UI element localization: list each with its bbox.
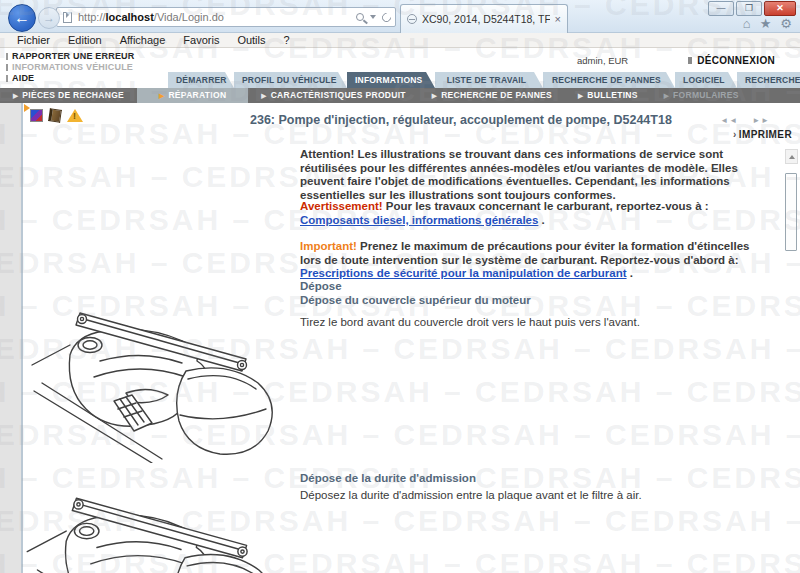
step-heading-durite: Dépose de la durite d'admission [300, 472, 476, 484]
user-name: admin, EUR [577, 55, 628, 66]
link-composants-diesel[interactable]: Composants diesel, informations générale… [300, 214, 538, 226]
warning-label: Avertissement! [300, 200, 383, 212]
arrow-icon: ▶ [432, 88, 437, 103]
favorites-star-icon[interactable]: ★ [760, 16, 772, 31]
step2-text: Déposez la durite d'admission entre la p… [300, 489, 645, 503]
browser-titlebar: ← → http://localhost/Vida/Login.do XC90,… [0, 0, 800, 33]
step1-text: Tirez le bord avant du couvercle droit v… [300, 316, 645, 330]
browser-forward-button[interactable]: → [38, 7, 60, 29]
subnav-label: PIÈCES DE RECHANGE [22, 88, 124, 103]
subnav-caracteristiques-produit[interactable]: ▶CARACTÉRISTIQUES PRODUIT [248, 88, 419, 103]
subnav-bulletins[interactable]: ▶BULLETINS [565, 88, 651, 103]
minimize-button[interactable]: — [708, 1, 734, 16]
forward-arrow-icon: → [43, 11, 55, 25]
pager-prev-icon[interactable]: ◄◄ [720, 116, 738, 125]
logout-icon [688, 57, 692, 64]
warning-text: Pour les travaux concernant le carburant… [383, 200, 709, 212]
tab-recherche-de-pannes[interactable]: RECHERCHE DE PANNES [543, 72, 675, 88]
url-path: /Vida/Login.do [154, 11, 224, 23]
engine-hose-illustration [25, 488, 297, 573]
main-tabs: DÉMARRER PROFIL DU VÉHICULE INFORMATIONS… [168, 72, 800, 88]
link-label: RAPPORTER UNE ERREUR [12, 51, 135, 61]
bullet-icon [6, 53, 8, 60]
print-button[interactable]: ›IMPRIMER [733, 129, 792, 140]
arrow-icon: ▶ [664, 88, 669, 103]
url-host: localhost [106, 11, 154, 23]
important-paragraph: Important! Prenez le maximum de précauti… [300, 240, 765, 281]
menu-fichier[interactable]: Fichier [8, 33, 59, 48]
tab-profil-du-vehicule[interactable]: PROFIL DU VÉHICULE [234, 72, 347, 88]
scrollbar-thumb[interactable] [785, 173, 797, 251]
warning-paragraph: Avertissement! Pour les travaux concerna… [300, 200, 765, 227]
subnav-label: CARACTÉRISTIQUES PRODUIT [271, 88, 406, 103]
search-icon[interactable] [356, 13, 364, 21]
menu-edition[interactable]: Edition [59, 33, 111, 48]
link-prescriptions-securite[interactable]: Prescriptions de sécurité pour la manipu… [300, 267, 627, 279]
browser-back-button[interactable]: ← [8, 4, 36, 32]
left-gutter [0, 103, 23, 573]
attention-label: Attention! [300, 148, 354, 160]
tab-close-icon[interactable]: × [555, 13, 561, 25]
subnav-recherche-de-pannes[interactable]: ▶RECHERCHE DE PANNES [419, 88, 565, 103]
subnav-label: FORMULAIRES [673, 88, 739, 103]
back-arrow-icon: ← [14, 9, 30, 27]
page-title: 236: Pompe d'injection, régulateur, acco… [250, 113, 672, 127]
link-label: AIDE [12, 73, 34, 83]
subnav-label: BULLETINS [587, 88, 637, 103]
restore-button[interactable]: ❐ [736, 1, 762, 16]
subnav-label: RÉPARATION [168, 88, 226, 103]
notes-book-icon[interactable] [48, 108, 62, 123]
logout-label: DÉCONNEXION [697, 55, 775, 66]
subnav-label: RECHERCHE DE PANNES [441, 88, 552, 103]
menu-affichage[interactable]: Affichage [111, 33, 175, 48]
tab-logiciel[interactable]: LOGICIEL [675, 72, 737, 88]
important-label: Important! [300, 240, 357, 252]
close-button[interactable]: ✕ [764, 1, 796, 16]
illustration-toggle-icon[interactable] [30, 109, 43, 122]
menu-favoris[interactable]: Favoris [174, 33, 228, 48]
bullet-icon [6, 64, 8, 71]
subnav-pieces-de-rechange[interactable]: ▶PIÈCES DE RECHANGE [0, 88, 137, 103]
page-icon [63, 12, 72, 23]
attention-paragraph: Attention! Les illustrations se trouvant… [300, 148, 765, 202]
pager-next-icon[interactable]: ►► [752, 116, 770, 125]
section-heading-depose: Dépose [300, 280, 342, 292]
subnav-reparation[interactable]: ▶RÉPARATION [137, 88, 248, 103]
menu-help[interactable]: ? [275, 33, 299, 48]
tab-demarrer[interactable]: DÉMARRER [168, 72, 234, 88]
chevron-right-icon: › [733, 129, 737, 140]
gear-icon[interactable]: ⚙ [780, 16, 792, 31]
attention-text: Les illustrations se trouvant dans ces i… [300, 148, 738, 201]
refresh-icon[interactable] [380, 11, 393, 24]
logout-button[interactable]: DÉCONNEXION [688, 55, 775, 66]
document-area: 236: Pompe d'injection, régulateur, acco… [0, 103, 800, 573]
engine-cover-illustration [30, 303, 295, 463]
scroll-up-button[interactable] [785, 149, 798, 164]
tab-liste-de-travail[interactable]: LISTE DE TRAVAIL [435, 72, 543, 88]
address-bar[interactable]: http://localhost/Vida/Login.do [56, 7, 396, 27]
chevron-down-icon[interactable] [370, 15, 376, 19]
browser-quick-icons: ⌂ ★ ⚙ [743, 16, 792, 31]
vida-application-window: ← → http://localhost/Vida/Login.do XC90,… [0, 0, 800, 573]
important-text: Prenez le maximum de précautions pour év… [300, 240, 749, 266]
arrow-icon: ▶ [13, 88, 18, 103]
tab-informations[interactable]: INFORMATIONS [347, 72, 435, 88]
link-informations-vehicule: INFORMATIONS VÉHICULE [6, 62, 135, 72]
step-heading-couvercle: Dépose du couvercle supérieur du moteur [300, 294, 531, 306]
browser-tab[interactable]: XC90, 2014, D5244T18, TF-8... × [400, 4, 568, 33]
link-rapporter-une-erreur[interactable]: RAPPORTER UNE ERREUR [6, 51, 135, 61]
link-aide[interactable]: AIDE [6, 73, 135, 83]
tab-rechercher[interactable]: RECHERCHER [737, 72, 800, 88]
user-area: admin, EUR DÉCONNEXION [577, 55, 775, 66]
tab-title: XC90, 2014, D5244T18, TF-8... [422, 13, 550, 25]
document-pager: ◄◄ ►► [720, 116, 770, 125]
content-scrollbar[interactable] [785, 149, 798, 573]
important-suffix: . [627, 267, 633, 279]
home-icon[interactable]: ⌂ [743, 16, 751, 31]
header-links: RAPPORTER UNE ERREUR INFORMATIONS VÉHICU… [6, 51, 135, 84]
menu-outils[interactable]: Outils [228, 33, 274, 48]
bullet-icon [6, 75, 8, 82]
warning-triangle-icon[interactable] [67, 109, 83, 122]
vida-app: RAPPORTER UNE ERREUR INFORMATIONS VÉHICU… [0, 49, 800, 573]
document-toolbar-icons [30, 109, 83, 122]
